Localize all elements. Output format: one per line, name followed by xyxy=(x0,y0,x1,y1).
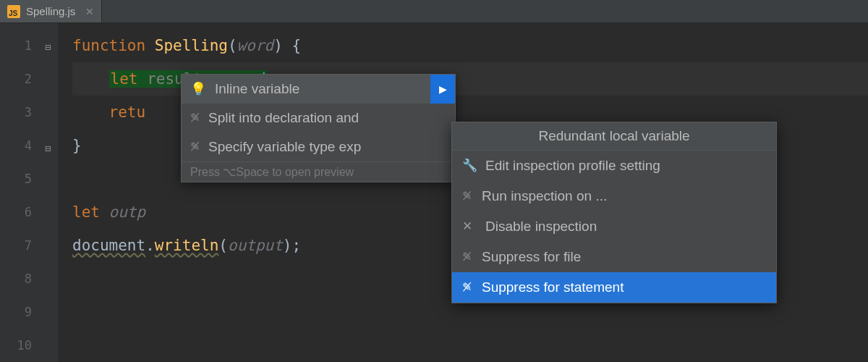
pencil-icon: ✎̸ xyxy=(190,137,200,157)
submenu-item-run-inspection[interactable]: ✎̸ Run inspection on ... xyxy=(452,181,776,211)
tab-bar: JS Spelling.js ✕ xyxy=(0,0,868,23)
line-number[interactable]: 1 xyxy=(0,29,32,62)
intention-hint: Press ⌥Space to open preview xyxy=(182,161,455,182)
submenu-item-disable[interactable]: ✕ Disable inspection xyxy=(452,211,776,242)
javascript-file-icon: JS xyxy=(7,5,20,18)
pencil-icon: ✎̸ xyxy=(462,277,472,298)
intention-label: Inline variable xyxy=(215,79,299,99)
fold-gutter: ⊟ ⊟ xyxy=(43,23,58,362)
line-number[interactable]: 10 xyxy=(0,329,32,362)
file-tab[interactable]: JS Spelling.js ✕ xyxy=(0,0,102,22)
code-line[interactable]: function Spelling(word) { xyxy=(72,29,868,62)
submenu-item-edit-profile[interactable]: 🔧 Edit inspection profile setting xyxy=(452,151,776,181)
line-number[interactable]: 2 xyxy=(0,62,32,96)
submenu-label: Suppress for statement xyxy=(482,277,624,298)
x-icon: ✕ xyxy=(462,216,475,237)
pencil-icon: ✎̸ xyxy=(462,247,472,267)
pencil-icon: ✎̸ xyxy=(190,108,200,128)
fold-start-icon[interactable]: ⊟ xyxy=(45,30,51,64)
intention-actions-popup: 💡 Inline variable ▶ ✎̸ Split into declar… xyxy=(181,74,456,182)
intention-label: Split into declaration and xyxy=(208,108,359,128)
submenu-label: Suppress for file xyxy=(482,247,581,267)
intention-item-inline-variable[interactable]: 💡 Inline variable ▶ xyxy=(182,75,455,104)
submenu-item-suppress-statement[interactable]: ✎̸ Suppress for statement xyxy=(452,272,776,303)
close-icon[interactable]: ✕ xyxy=(85,6,94,17)
intention-item-split[interactable]: ✎̸ Split into declaration and xyxy=(182,104,455,132)
pencil-icon: ✎̸ xyxy=(462,186,472,206)
submenu-label: Edit inspection profile setting xyxy=(485,156,660,176)
wrench-icon: 🔧 xyxy=(462,156,475,176)
submenu-arrow-icon[interactable]: ▶ xyxy=(430,75,455,104)
line-number[interactable]: 7 xyxy=(0,229,32,262)
line-number[interactable]: 4 xyxy=(0,129,32,162)
submenu-label: Run inspection on ... xyxy=(482,186,607,206)
line-number[interactable]: 5 xyxy=(0,162,32,195)
line-number[interactable]: 8 xyxy=(0,262,32,295)
submenu-item-suppress-file[interactable]: ✎̸ Suppress for file xyxy=(452,242,776,272)
submenu-label: Disable inspection xyxy=(485,216,597,237)
fold-end-icon[interactable]: ⊟ xyxy=(45,132,51,165)
intention-label: Specify variable type exp xyxy=(208,137,361,157)
line-number-gutter: 1 2 3 4 5 6 7 8 9 10 xyxy=(0,23,43,362)
inspection-submenu: Redundant local variable 🔧 Edit inspecti… xyxy=(451,122,777,303)
submenu-title: Redundant local variable xyxy=(452,122,776,151)
line-number[interactable]: 3 xyxy=(0,96,32,129)
tab-filename: Spelling.js xyxy=(26,5,75,17)
intention-item-specify-type[interactable]: ✎̸ Specify variable type exp xyxy=(182,132,455,161)
line-number[interactable]: 6 xyxy=(0,195,32,229)
line-number[interactable]: 9 xyxy=(0,295,32,329)
lightbulb-icon: 💡 xyxy=(190,79,206,99)
